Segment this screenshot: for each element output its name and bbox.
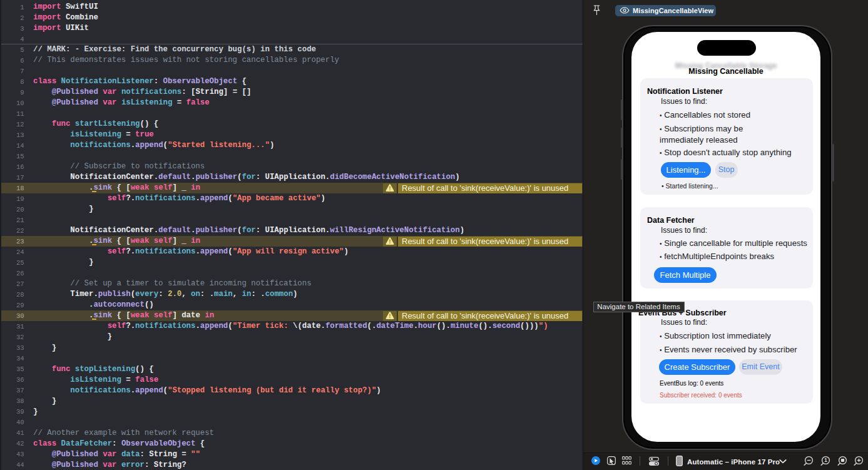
svg-text:1: 1: [824, 457, 827, 463]
